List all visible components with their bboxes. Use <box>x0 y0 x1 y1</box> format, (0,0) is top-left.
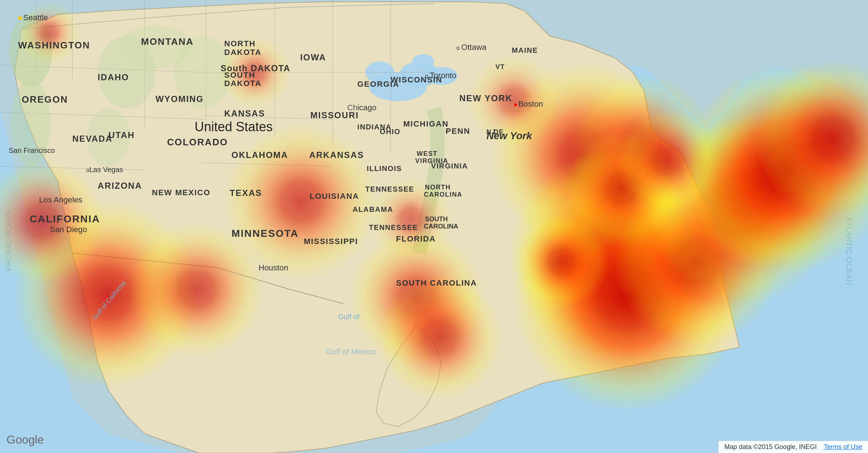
map-container: PACIFIC OCEAN ATLANTIC OCEAN Gulf of Mex… <box>0 0 868 453</box>
svg-point-33 <box>9 14 52 87</box>
terms-of-use-link[interactable]: Terms of Use <box>824 443 862 450</box>
svg-text:PACIFIC OCEAN: PACIFIC OCEAN <box>4 210 13 271</box>
svg-text:ATLANTIC OCEAN: ATLANTIC OCEAN <box>844 217 854 285</box>
map-attribution: Map data ©2015 Google, INEGI Terms of Us… <box>718 441 868 453</box>
svg-point-34 <box>11 80 51 166</box>
svg-point-6 <box>425 67 458 85</box>
svg-text:Gulf of Mexico: Gulf of Mexico <box>326 347 376 356</box>
svg-point-38 <box>174 36 231 108</box>
attribution-text: Map data ©2015 Google, INEGI <box>724 443 817 450</box>
svg-point-7 <box>412 54 434 69</box>
svg-point-36 <box>87 108 130 166</box>
google-logo: Google <box>7 433 44 446</box>
map-svg: PACIFIC OCEAN ATLANTIC OCEAN Gulf of Mex… <box>0 0 868 453</box>
